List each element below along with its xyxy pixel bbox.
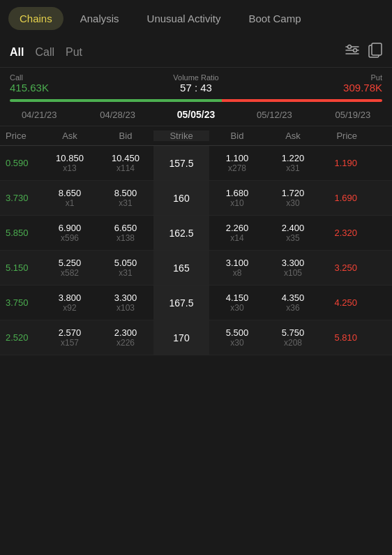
put-bid-cell: 1.680 x10	[209, 181, 265, 215]
th-call-ask: Ask	[42, 131, 98, 141]
svg-point-3	[348, 45, 352, 49]
call-ask-cell: 6.900 x596	[42, 216, 98, 250]
volume-ratio-label: Volume Ratio	[134, 73, 258, 82]
call-volume: Call 415.63K	[10, 73, 134, 94]
call-ask-cell: 5.250 x582	[42, 251, 98, 285]
call-price-cell: 0.590	[0, 146, 42, 180]
filter-icons	[345, 43, 382, 61]
strike-cell: 170	[153, 320, 209, 355]
filter-settings-icon[interactable]	[345, 44, 360, 60]
put-ask-cell: 1.720 x30	[265, 181, 321, 215]
put-price-cell: 2.320	[321, 216, 363, 250]
table-row[interactable]: 0.590 10.850 x13 10.450 x114 157.5 1.100…	[0, 146, 392, 181]
put-ask-cell: 1.220 x31	[265, 146, 321, 180]
table-row[interactable]: 5.850 6.900 x596 6.650 x138 162.5 2.260 …	[0, 216, 392, 251]
th-put-ask: Ask	[265, 131, 321, 141]
filter-put[interactable]: Put	[66, 45, 82, 60]
strike-cell: 165	[153, 251, 209, 285]
call-ask-cell: 10.850 x13	[42, 146, 98, 180]
table-header: Price Ask Bid Strike Bid Ask Price	[0, 126, 392, 146]
call-ask-cell: 8.650 x1	[42, 181, 98, 215]
volume-section: Call 415.63K Volume Ratio 57 : 43 Put 30…	[0, 68, 392, 96]
filter-call[interactable]: Call	[35, 45, 54, 60]
put-volume-value: 309.78K	[258, 82, 382, 94]
put-volume-label: Put	[258, 73, 382, 82]
call-price-cell: 3.730	[0, 181, 42, 215]
strike-cell: 160	[153, 181, 209, 215]
call-volume-bar	[10, 99, 222, 102]
volume-ratio: Volume Ratio 57 : 43	[134, 73, 258, 94]
copy-icon[interactable]	[368, 43, 382, 61]
date-0519[interactable]: 05/19/23	[314, 110, 392, 120]
strike-cell: 157.5	[153, 146, 209, 180]
strike-cell: 162.5	[153, 216, 209, 250]
nav-analysis[interactable]: Analysis	[69, 7, 130, 30]
nav-unusual-activity[interactable]: Unusual Activity	[136, 7, 232, 30]
date-0505[interactable]: 05/05/23	[157, 109, 235, 120]
svg-point-4	[354, 49, 357, 52]
table-row[interactable]: 2.520 2.570 x157 2.300 x226 170 5.500 x3…	[0, 320, 392, 355]
put-volume: Put 309.78K	[258, 73, 382, 94]
filter-row: All Call Put	[0, 37, 392, 68]
put-bid-cell: 1.100 x278	[209, 146, 265, 180]
call-volume-value: 415.63K	[10, 82, 134, 94]
call-price-cell: 5.850	[0, 216, 42, 250]
nav-boot-camp[interactable]: Boot Camp	[237, 7, 312, 30]
svg-rect-6	[372, 43, 382, 55]
call-price-cell: 3.750	[0, 286, 42, 320]
put-price-cell: 1.190	[321, 146, 363, 180]
put-bid-cell: 5.500 x30	[209, 320, 265, 355]
filter-all[interactable]: All	[10, 45, 24, 60]
options-table: 0.590 10.850 x13 10.450 x114 157.5 1.100…	[0, 146, 392, 355]
put-volume-bar	[222, 99, 382, 102]
volume-bar	[10, 99, 382, 102]
put-ask-cell: 3.300 x105	[265, 251, 321, 285]
call-price-cell: 5.150	[0, 251, 42, 285]
put-price-cell: 1.690	[321, 181, 363, 215]
call-bid-cell: 3.300 x103	[98, 286, 153, 320]
th-call-price: Price	[0, 131, 42, 141]
top-navigation: Chains Analysis Unusual Activity Boot Ca…	[0, 0, 392, 37]
put-ask-cell: 4.350 x36	[265, 286, 321, 320]
date-0428[interactable]: 04/28/23	[78, 110, 156, 120]
th-put-bid: Bid	[209, 131, 265, 141]
call-ask-cell: 2.570 x157	[42, 320, 98, 355]
call-volume-label: Call	[10, 73, 134, 82]
strike-cell: 167.5	[153, 286, 209, 320]
put-bid-cell: 3.100 x8	[209, 251, 265, 285]
call-price-cell: 2.520	[0, 320, 42, 355]
call-bid-cell: 6.650 x138	[98, 216, 153, 250]
call-bid-cell: 2.300 x226	[98, 320, 153, 355]
th-put-price: Price	[321, 131, 363, 141]
date-0421[interactable]: 04/21/23	[0, 110, 78, 120]
call-bid-cell: 5.050 x31	[98, 251, 153, 285]
call-ask-cell: 3.800 x92	[42, 286, 98, 320]
th-strike: Strike	[153, 131, 209, 141]
table-row[interactable]: 3.750 3.800 x92 3.300 x103 167.5 4.150 x…	[0, 286, 392, 320]
put-bid-cell: 2.260 x14	[209, 216, 265, 250]
put-ask-cell: 5.750 x208	[265, 320, 321, 355]
table-row[interactable]: 3.730 8.650 x1 8.500 x31 160 1.680 x10 1…	[0, 181, 392, 216]
nav-chains[interactable]: Chains	[8, 7, 63, 30]
filter-tabs: All Call Put	[10, 45, 345, 60]
call-bid-cell: 10.450 x114	[98, 146, 153, 180]
table-row[interactable]: 5.150 5.250 x582 5.050 x31 165 3.100 x8 …	[0, 251, 392, 286]
put-price-cell: 4.250	[321, 286, 363, 320]
date-0512[interactable]: 05/12/23	[235, 110, 313, 120]
put-ask-cell: 2.400 x35	[265, 216, 321, 250]
put-price-cell: 5.810	[321, 320, 363, 355]
call-bid-cell: 8.500 x31	[98, 181, 153, 215]
th-call-bid: Bid	[98, 131, 153, 141]
put-bid-cell: 4.150 x30	[209, 286, 265, 320]
volume-ratio-value: 57 : 43	[134, 82, 258, 94]
date-row: 04/21/23 04/28/23 05/05/23 05/12/23 05/1…	[0, 102, 392, 126]
put-price-cell: 3.250	[321, 251, 363, 285]
